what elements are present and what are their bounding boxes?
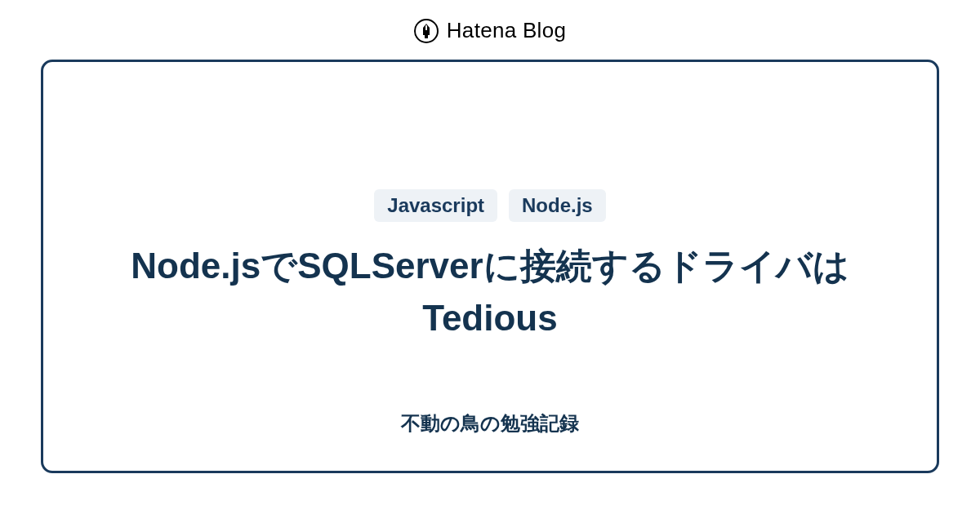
og-card: Javascript Node.js Node.jsでSQLServerに接続す… (41, 60, 939, 473)
tag-list: Javascript Node.js (374, 189, 605, 222)
post-title: Node.jsでSQLServerに接続するドライバはTedious (122, 240, 858, 344)
hatena-logo-icon (414, 19, 439, 43)
blog-name: 不動の鳥の勉強記録 (401, 410, 579, 436)
header: Hatena Blog (0, 0, 980, 60)
tag: Node.js (509, 189, 606, 222)
tag: Javascript (374, 189, 497, 222)
brand-name: Hatena Blog (447, 18, 566, 43)
